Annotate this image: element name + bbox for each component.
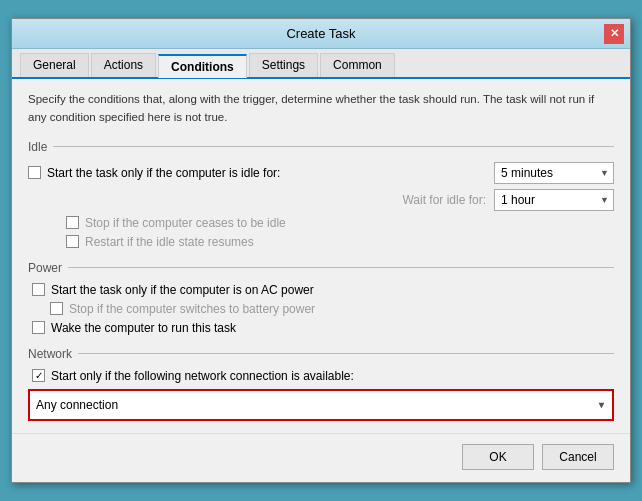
stop-idle-label: Stop if the computer ceases to be idle bbox=[85, 216, 286, 230]
tab-conditions[interactable]: Conditions bbox=[158, 54, 247, 78]
tab-settings[interactable]: Settings bbox=[249, 53, 318, 77]
ok-button[interactable]: OK bbox=[462, 444, 534, 470]
power-divider bbox=[68, 267, 614, 268]
cancel-button[interactable]: Cancel bbox=[542, 444, 614, 470]
wait-idle-dropdown[interactable]: 1 hour bbox=[494, 189, 614, 211]
titlebar: Create Task ✕ bbox=[12, 19, 630, 49]
network-start-row: Start only if the following network conn… bbox=[28, 369, 614, 383]
restart-idle-row: Restart if the idle state resumes bbox=[28, 235, 614, 249]
restart-idle-label: Restart if the idle state resumes bbox=[85, 235, 254, 249]
tab-common[interactable]: Common bbox=[320, 53, 395, 77]
network-section-header: Network bbox=[28, 347, 614, 361]
wait-idle-label: Wait for idle for: bbox=[402, 193, 486, 207]
description-text: Specify the conditions that, along with … bbox=[28, 91, 614, 126]
stop-idle-row: Stop if the computer ceases to be idle bbox=[28, 216, 614, 230]
start-idle-label: Start the task only if the computer is i… bbox=[47, 166, 280, 180]
start-idle-row: Start the task only if the computer is i… bbox=[28, 162, 614, 184]
idle-for-dropdown[interactable]: 5 minutes bbox=[494, 162, 614, 184]
start-idle-left: Start the task only if the computer is i… bbox=[28, 166, 280, 180]
window: Create Task ✕ General Actions Conditions… bbox=[11, 18, 631, 483]
tab-actions[interactable]: Actions bbox=[91, 53, 156, 77]
wait-idle-row: Wait for idle for: 1 hour bbox=[28, 189, 614, 211]
battery-row: Stop if the computer switches to battery… bbox=[28, 302, 614, 316]
network-start-label: Start only if the following network conn… bbox=[51, 369, 354, 383]
network-label: Network bbox=[28, 347, 72, 361]
ac-power-checkbox[interactable] bbox=[32, 283, 45, 296]
tab-general[interactable]: General bbox=[20, 53, 89, 77]
power-label: Power bbox=[28, 261, 62, 275]
content-area: Specify the conditions that, along with … bbox=[12, 79, 630, 433]
idle-section-header: Idle bbox=[28, 140, 614, 154]
start-idle-checkbox[interactable] bbox=[28, 166, 41, 179]
wake-row: Wake the computer to run this task bbox=[28, 321, 614, 335]
footer: OK Cancel bbox=[12, 433, 630, 482]
network-start-checkbox[interactable] bbox=[32, 369, 45, 382]
network-dropdown-container: Any connection ▼ bbox=[28, 389, 614, 421]
stop-idle-checkbox[interactable] bbox=[66, 216, 79, 229]
wake-checkbox[interactable] bbox=[32, 321, 45, 334]
restart-idle-checkbox[interactable] bbox=[66, 235, 79, 248]
ac-power-row: Start the task only if the computer is o… bbox=[28, 283, 614, 297]
idle-label: Idle bbox=[28, 140, 47, 154]
tab-bar: General Actions Conditions Settings Comm… bbox=[12, 49, 630, 79]
battery-checkbox[interactable] bbox=[50, 302, 63, 315]
wake-label: Wake the computer to run this task bbox=[51, 321, 236, 335]
ac-power-label: Start the task only if the computer is o… bbox=[51, 283, 314, 297]
network-dropdown-arrow: ▼ bbox=[597, 400, 606, 410]
power-section-header: Power bbox=[28, 261, 614, 275]
network-divider bbox=[78, 353, 614, 354]
battery-label: Stop if the computer switches to battery… bbox=[69, 302, 315, 316]
network-connection-dropdown[interactable]: Any connection ▼ bbox=[30, 391, 612, 419]
close-button[interactable]: ✕ bbox=[604, 24, 624, 44]
window-title: Create Task bbox=[38, 26, 604, 41]
idle-divider bbox=[53, 146, 614, 147]
